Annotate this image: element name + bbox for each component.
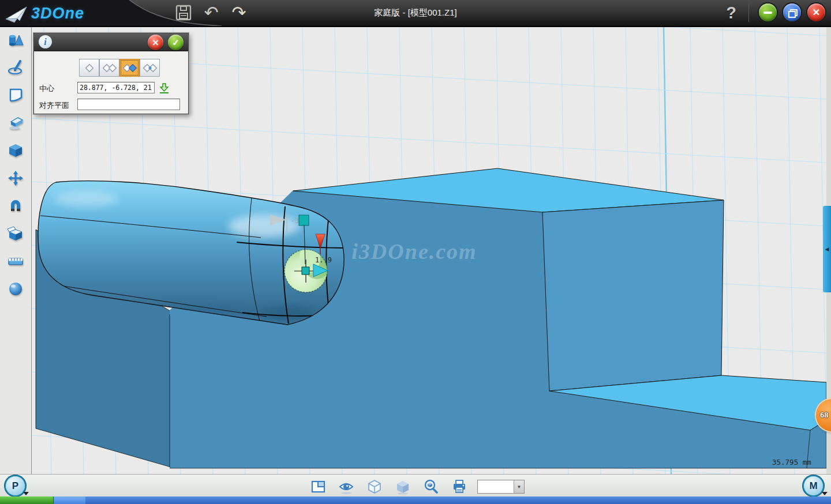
- cancel-x-icon: ✕: [152, 38, 159, 47]
- placement-dialog: i ✕ ✓ 中心: [33, 33, 189, 114]
- measurement-readout: 35.795 mm: [772, 458, 811, 467]
- placement-mode-row: [79, 59, 160, 77]
- center-field-label: 中心: [39, 84, 54, 94]
- eraser-icon: [7, 114, 24, 131]
- green-down-arrow-icon: [158, 82, 171, 95]
- primitives-icon: [7, 31, 24, 48]
- view-toolbar: [0, 474, 831, 497]
- pick-from-model-button[interactable]: [158, 82, 171, 95]
- sidebar-item-combine[interactable]: [0, 220, 31, 247]
- model-solid[interactable]: i3DOne.com: [36, 168, 826, 468]
- placement-mode-4[interactable]: [140, 59, 160, 77]
- titlebar: 3DOne ↶ ↷ 家庭版 - [模型001.Z1] ? ✕: [0, 0, 831, 27]
- magnet-icon: [7, 197, 24, 215]
- undo-icon[interactable]: ↶: [201, 3, 222, 22]
- zoom-cube-icon: [423, 479, 439, 495]
- restore-icon: [788, 9, 796, 16]
- align-plane-field-label: 对齐平面: [39, 100, 69, 111]
- sketch-pencil-icon: [7, 59, 24, 76]
- app-name: 3DOne: [31, 5, 84, 22]
- save-icon[interactable]: [173, 3, 194, 22]
- cube-icon: [7, 142, 24, 159]
- help-button[interactable]: ?: [721, 1, 741, 24]
- visibility-button[interactable]: [336, 477, 356, 497]
- confirm-check-icon: ✓: [172, 37, 179, 48]
- viewport-layout-icon: [310, 479, 327, 495]
- minus-icon: [763, 12, 772, 14]
- dim-label: -3: [290, 216, 300, 225]
- sidebar-item-sweep[interactable]: [0, 109, 31, 137]
- dot-diamond-icon: [143, 62, 158, 74]
- badge-count: 68: [820, 411, 828, 419]
- wireframe-view-button[interactable]: [365, 477, 384, 497]
- white-blue-diamond-icon: [122, 62, 137, 74]
- model-mode-label: M: [809, 480, 817, 492]
- maximize-button[interactable]: [783, 3, 801, 21]
- shaded-cube-icon: [395, 479, 411, 495]
- single-diamond-icon: [82, 62, 97, 74]
- quick-toolbar: ↶ ↷: [173, 3, 249, 22]
- zoom-view-button[interactable]: [421, 477, 441, 497]
- sidebar-item-snap[interactable]: [0, 192, 31, 220]
- watermark: i3DOne.com: [351, 239, 477, 264]
- info-icon: i: [39, 35, 52, 48]
- sidebar-item-face[interactable]: [0, 81, 31, 109]
- print-button[interactable]: [450, 477, 469, 497]
- chevron-down-icon[interactable]: ▼: [514, 480, 524, 493]
- dialog-cancel-button[interactable]: ✕: [148, 35, 163, 50]
- view-scale-dropdown[interactable]: ▼: [477, 480, 525, 494]
- eye-icon: [338, 479, 354, 495]
- paper-plane-icon: [3, 3, 28, 23]
- model-mode-expand-icon[interactable]: [822, 492, 828, 495]
- sidebar-item-material[interactable]: [0, 275, 31, 303]
- rounded-square-icon: [7, 86, 24, 104]
- align-plane-input[interactable]: [77, 99, 180, 110]
- dialog-confirm-button[interactable]: ✓: [168, 35, 184, 50]
- double-diamond-icon: [102, 62, 117, 74]
- redo-icon[interactable]: ↷: [229, 3, 249, 22]
- close-button[interactable]: ✕: [807, 3, 825, 21]
- placement-mode-3[interactable]: [119, 59, 140, 77]
- part-mode-expand-icon[interactable]: [23, 492, 29, 495]
- move-arrows-icon: [7, 170, 24, 187]
- dim-label-2: 1. 9: [315, 256, 332, 264]
- sidebar-item-solids[interactable]: [0, 26, 31, 54]
- model-right-face[interactable]: [542, 200, 724, 391]
- center-handle[interactable]: [302, 267, 309, 274]
- titlebar-divider: [748, 4, 749, 22]
- panel-collapse-tab[interactable]: ◀: [823, 206, 831, 292]
- 3done-app-window: { "window": { "app_name": "3DOne", "titl…: [0, 0, 831, 504]
- taskbar-background: [85, 497, 831, 504]
- collapse-left-icon: ◀: [825, 246, 829, 252]
- model-mode-button[interactable]: M: [804, 476, 823, 495]
- shaded-view-button[interactable]: [393, 477, 413, 497]
- sidebar-item-measure[interactable]: [0, 247, 31, 275]
- dialog-header[interactable]: i ✕ ✓: [34, 33, 188, 51]
- minimize-button[interactable]: [759, 3, 777, 21]
- open-box-icon: [7, 225, 24, 242]
- ruler-icon: [7, 253, 24, 270]
- placement-mode-1[interactable]: [79, 59, 99, 77]
- sidebar-item-move[interactable]: [0, 164, 31, 192]
- taskbar-start-button[interactable]: [0, 497, 54, 504]
- app-logo: 3DOne: [3, 3, 136, 24]
- part-mode-button[interactable]: P: [6, 476, 25, 495]
- placement-mode-2[interactable]: [99, 59, 119, 77]
- sidebar-item-feature[interactable]: [0, 137, 31, 164]
- tool-sidebar: [0, 26, 32, 474]
- close-icon: ✕: [813, 8, 820, 17]
- sphere-icon: [7, 280, 24, 298]
- teal-flag-icon[interactable]: [299, 215, 309, 225]
- printer-icon: [451, 479, 467, 495]
- os-taskbar: [0, 497, 831, 504]
- taskbar-active-app[interactable]: [54, 497, 85, 504]
- part-mode-label: P: [12, 480, 18, 492]
- sidebar-item-sketch[interactable]: [0, 54, 31, 81]
- viewport-layout-button[interactable]: [309, 477, 328, 497]
- wireframe-cube-icon: [366, 479, 383, 495]
- center-coordinates-input[interactable]: [77, 82, 155, 93]
